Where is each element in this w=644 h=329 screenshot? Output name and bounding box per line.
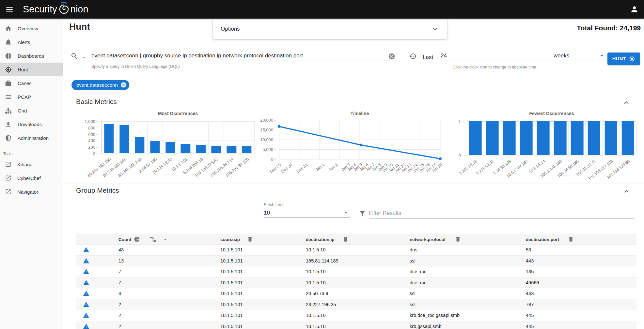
column-header-destination-ip[interactable]: destination.ip — [306, 237, 335, 242]
row-warning-icon[interactable] — [83, 312, 89, 319]
bar[interactable] — [165, 142, 175, 153]
row-warning-icon[interactable] — [83, 258, 89, 264]
bar[interactable] — [554, 121, 567, 155]
column-header-count[interactable]: Count — [118, 237, 131, 242]
chip-remove-icon[interactable] — [120, 82, 127, 88]
bar[interactable] — [150, 141, 160, 153]
bar[interactable] — [537, 121, 550, 155]
bar[interactable] — [135, 137, 144, 153]
sidebar-item-hunt[interactable]: Hunt — [0, 63, 63, 76]
table-row[interactable]: 410.1.5.10120.50.73.9ssl443 — [76, 288, 636, 299]
external-link-icon — [5, 161, 11, 168]
app-logo: Security nion — [23, 3, 88, 16]
user-icon[interactable] — [630, 5, 639, 14]
clear-query-icon[interactable] — [388, 53, 395, 60]
sidebar-item-label: Administration — [18, 135, 49, 141]
column-header-destination-port[interactable]: destination.port — [526, 237, 559, 242]
sidebar-item-administration[interactable]: Administration — [0, 131, 63, 145]
hunt-button-icon — [629, 56, 635, 62]
bar[interactable] — [621, 121, 634, 155]
bar[interactable] — [486, 121, 499, 155]
row-warning-icon[interactable] — [83, 247, 89, 253]
groupby-menu-icon[interactable] — [163, 237, 168, 242]
fetch-limit-icon[interactable] — [343, 210, 349, 216]
sidebar-item-pcap[interactable]: PCAP — [0, 90, 63, 104]
bar[interactable] — [242, 146, 251, 153]
options-expand-icon[interactable] — [431, 25, 439, 33]
bar[interactable] — [227, 146, 236, 153]
sidebar-item-alerts[interactable]: Alerts — [0, 35, 63, 49]
y-axis: 10 — [441, 121, 464, 156]
row-warning-icon[interactable] — [83, 290, 89, 297]
bar-cell — [163, 121, 178, 153]
table-row[interactable]: 4310.1.5.10110.1.5.10dns53 — [76, 245, 636, 256]
column-header-source-ip[interactable]: source.ip — [220, 237, 240, 242]
filter-chip[interactable]: event.dataset:conn — [71, 80, 129, 90]
row-warning-icon[interactable] — [83, 279, 89, 286]
basic-metrics-collapse-icon[interactable] — [622, 98, 631, 107]
query-input[interactable]: event.dataset:conn | groupby source.ip d… — [81, 51, 399, 61]
cell-destination-port: 445 — [526, 324, 534, 329]
bar[interactable] — [503, 121, 516, 155]
sidebar-item-label: Dashboards — [18, 53, 44, 59]
cell-destination-ip: 185.81.114.189 — [306, 258, 338, 263]
row-warning-icon[interactable] — [83, 301, 89, 308]
sidebar-item-cyberchef[interactable]: CyberChef — [0, 171, 63, 185]
sidebar-item-overview[interactable]: Overview — [0, 22, 63, 35]
fetch-limit-select[interactable]: 10 — [264, 208, 350, 218]
row-warning-icon[interactable] — [83, 268, 89, 275]
sidebar-item-kibana[interactable]: Kibana — [0, 157, 63, 171]
bar[interactable] — [119, 125, 129, 153]
bar[interactable] — [571, 121, 584, 155]
table-row[interactable]: 210.1.5.10123.227.196.35ssl787 — [76, 299, 636, 310]
time-unit-select[interactable]: weeks — [554, 51, 607, 61]
bar[interactable] — [605, 121, 617, 155]
time-duration-input[interactable]: 24 — [437, 51, 551, 61]
y-tick-label: 1,000 — [85, 119, 95, 124]
group-metrics-title: Group Metrics — [76, 187, 119, 194]
table-row[interactable]: 710.1.5.10110.1.5.10dce_rpc49666 — [76, 277, 636, 289]
sidebar-item-label: Navigator — [17, 189, 38, 195]
sidebar-item-dashboards[interactable]: Dashboards — [0, 49, 63, 63]
sidebar-item-label: Cases — [18, 81, 32, 86]
delete-column-icon[interactable] — [455, 236, 461, 242]
column-header-network-protocol[interactable]: network.protocol — [410, 237, 446, 242]
y-tick-label: 0 — [271, 157, 273, 162]
delete-column-icon[interactable] — [247, 236, 253, 242]
sidebar-item-navigator[interactable]: Navigator — [0, 185, 63, 199]
crosshairs-icon — [5, 66, 12, 73]
row-warning-icon[interactable] — [83, 323, 89, 329]
sidebar-item-cases[interactable]: Cases — [0, 76, 63, 90]
cell-destination-port: 135 — [526, 269, 534, 274]
briefcase-icon — [5, 80, 12, 87]
unit-select-icon[interactable] — [598, 52, 605, 59]
data-point[interactable] — [360, 144, 362, 146]
table-row[interactable]: 1310.1.5.101185.81.114.189ssl443 — [76, 256, 636, 267]
hunt-button[interactable]: HUNT — [607, 52, 640, 65]
bar[interactable] — [588, 121, 600, 155]
filter-results-input[interactable]: Filter Results — [369, 208, 635, 218]
bar[interactable] — [469, 121, 482, 155]
query-value: event.dataset:conn | groupby source.ip d… — [91, 52, 303, 59]
bar[interactable] — [196, 145, 206, 153]
count-pie-icon[interactable] — [134, 236, 140, 242]
options-panel[interactable]: Options — [213, 19, 447, 39]
delete-column-icon[interactable] — [568, 236, 574, 242]
cell-count: 4 — [118, 291, 121, 296]
bar[interactable] — [212, 146, 221, 153]
sidebar-item-grid[interactable]: Grid — [0, 104, 63, 117]
bar[interactable] — [181, 144, 190, 153]
table-row[interactable]: 710.1.5.10110.1.5.10dce_rpc135 — [76, 266, 636, 277]
table-row[interactable]: 210.1.5.10110.1.5.10krb,gssapi,smb445 — [76, 321, 636, 329]
delete-column-icon[interactable] — [343, 236, 349, 242]
group-metrics-collapse-icon[interactable] — [622, 187, 631, 196]
data-point[interactable] — [278, 125, 280, 128]
table-row[interactable]: 210.1.5.10110.1.5.10krb,dce_rpc,gssapi,s… — [76, 310, 636, 321]
sidebar-item-downloads[interactable]: Downloads — [0, 117, 63, 131]
filter-icon — [359, 210, 366, 217]
bar[interactable] — [104, 124, 114, 153]
history-icon[interactable] — [409, 52, 416, 60]
bar[interactable] — [520, 121, 533, 155]
hamburger-icon[interactable] — [5, 5, 14, 14]
sankey-icon[interactable] — [149, 236, 156, 243]
